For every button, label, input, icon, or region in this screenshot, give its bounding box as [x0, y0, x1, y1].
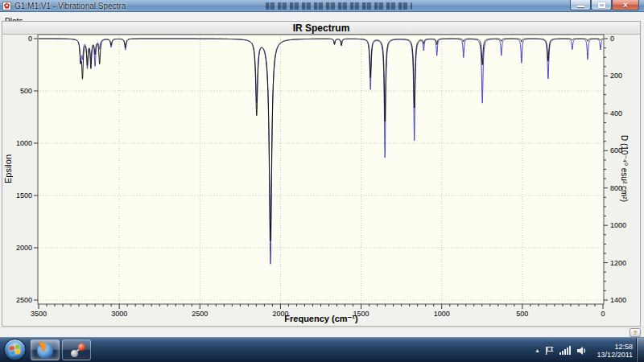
y-right-tick-label: 1200 [610, 259, 626, 267]
volume-icon[interactable] [576, 346, 587, 356]
maximize-button[interactable] [591, 0, 612, 10]
windows-logo-icon [9, 344, 21, 355]
system-tray: ▴ 12:58 13/12/2011 [536, 338, 633, 362]
y-right-tick-label: 400 [610, 109, 622, 117]
plot-panel: IR Spectrum 3500300025002000150010005000… [2, 21, 641, 327]
y-left-tick-label: 2500 [16, 296, 32, 304]
firefox-icon [37, 343, 53, 359]
y-left-tick-label: 1000 [16, 139, 32, 147]
taskbar-item-molecule-viewer[interactable] [62, 339, 91, 360]
desktop: G1:M1:V1 - Vibrational Spectra × Plots I… [0, 0, 644, 362]
status-bar: ? [0, 327, 644, 337]
clock-date: 13/12/2011 [597, 351, 633, 359]
action-center-flag-icon[interactable] [545, 346, 554, 356]
minimize-icon [577, 6, 584, 7]
y-left-tick-label: 2000 [16, 244, 32, 252]
y-left-tick-label: 1500 [16, 191, 32, 200]
close-button[interactable]: × [612, 0, 639, 10]
help-button[interactable]: ? [630, 328, 641, 337]
app-window: G1:M1:V1 - Vibrational Spectra × Plots I… [0, 0, 644, 337]
y-axis-left-label: Epsilon [3, 145, 13, 193]
plot-background [38, 35, 604, 304]
taskbar: ▴ 12:58 13/12/2011 [0, 337, 644, 362]
minimize-button[interactable] [570, 0, 591, 10]
show-desktop-button[interactable] [636, 338, 644, 362]
x-axis-label: Frequency (cm⁻¹) [39, 314, 604, 324]
y-right-tick-label: 0 [610, 35, 614, 43]
show-hidden-icons-button[interactable]: ▴ [536, 348, 539, 354]
window-title: G1:M1:V1 - Vibrational Spectra [14, 1, 126, 11]
app-icon [2, 2, 11, 10]
y-right-tick-label: 1400 [610, 296, 626, 304]
taskbar-item-firefox[interactable] [31, 339, 60, 360]
y-left-tick-label: 500 [20, 87, 32, 95]
y-axis-right-label: D (10⁻⁴⁰ esu² cm²) [620, 121, 629, 217]
close-icon: × [613, 0, 638, 10]
title-bar[interactable]: G1:M1:V1 - Vibrational Spectra × [0, 0, 644, 12]
y-right-tick-label: 1000 [610, 221, 626, 229]
y-left-tick-label: 0 [28, 35, 32, 43]
y-right-tick-label: 200 [610, 72, 622, 80]
background-window-smudge [266, 2, 412, 10]
spectrum-plot-area: 3500300025002000150010005000050010001500… [2, 22, 640, 326]
taskbar-clock[interactable]: 12:58 13/12/2011 [597, 343, 633, 359]
molecule-viewer-icon [69, 343, 85, 359]
start-button[interactable] [4, 339, 26, 360]
clock-time: 12:58 [597, 343, 633, 351]
maximize-icon [598, 2, 605, 8]
window-controls: × [570, 0, 639, 11]
network-icon[interactable] [559, 346, 571, 355]
